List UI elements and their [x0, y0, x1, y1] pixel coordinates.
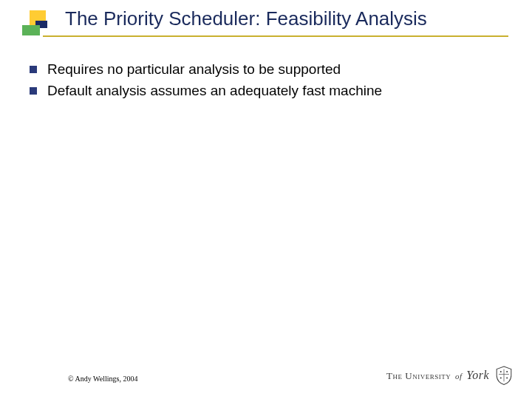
crest-icon [494, 365, 514, 386]
university-text: The University of York [386, 369, 489, 382]
slide: The Priority Scheduler: Feasibility Anal… [0, 0, 532, 399]
svg-point-5 [506, 377, 508, 378]
slide-title: The Priority Scheduler: Feasibility Anal… [65, 7, 427, 30]
university-prefix: The University [386, 370, 451, 381]
deco-square-green [22, 25, 40, 35]
bullet-icon [30, 66, 37, 73]
copyright-text: © Andy Wellings, 2004 [68, 375, 137, 383]
bullet-text: Requires no particular analysis to be su… [47, 61, 341, 79]
bullet-text: Default analysis assumes an adequately f… [47, 82, 382, 100]
svg-point-3 [506, 371, 508, 372]
svg-point-4 [500, 377, 502, 378]
university-logo: The University of York [386, 365, 514, 386]
title-underline [43, 35, 508, 37]
university-name: York [466, 369, 489, 381]
list-item: Requires no particular analysis to be su… [30, 61, 502, 79]
university-of: of [455, 372, 463, 381]
bullet-list: Requires no particular analysis to be su… [30, 61, 502, 103]
list-item: Default analysis assumes an adequately f… [30, 82, 502, 100]
bullet-icon [30, 87, 37, 95]
svg-point-2 [500, 371, 502, 372]
